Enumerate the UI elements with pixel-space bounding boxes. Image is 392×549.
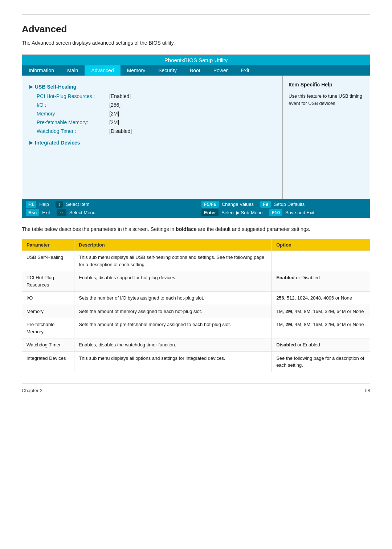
option-memory: 1M, 2M, 4M, 8M, 16M, 32M, 64M or None (272, 305, 370, 318)
f5f6-key: F5/F6 (201, 201, 219, 208)
nav-information[interactable]: Information (22, 65, 61, 76)
desc-text: The table below describes the parameters… (22, 225, 370, 233)
footer-enter: Enter Select ▶ Sub-Menu F10 Save and Exi… (201, 209, 366, 216)
arrow-icon: ▶ (29, 84, 33, 89)
f5f6-action: Change Values (222, 202, 254, 207)
footer-esc: Esc Exit ↔ Select Menu (26, 209, 191, 216)
updown-action: Select Item (66, 202, 89, 207)
page-footer: Chapter 2 58 (22, 388, 370, 393)
f10-action: Save and Exit (285, 210, 314, 215)
esc-action: Exit (42, 210, 50, 215)
param-prefetch: Pre-fetchable Memory (22, 318, 74, 338)
pci-value: [Enabled] (109, 93, 131, 99)
f10-key: F10 (269, 209, 282, 216)
footer-f5f6: F5/F6 Change Values F9 Setup Defaults (201, 201, 366, 208)
option-pci: Enabled or Disabled (272, 271, 370, 292)
usb-self-healing-label: USB Self-Healing (35, 84, 76, 90)
bios-frame: PhoenixBIOS Setup Utility Information Ma… (22, 54, 370, 218)
nav-boot[interactable]: Boot (183, 65, 207, 76)
integrated-arrow-icon: ▶ (29, 140, 33, 145)
f1-key: F1 (26, 201, 36, 208)
f9-action: Setup Defaults (274, 202, 305, 207)
nav-memory[interactable]: Memory (121, 65, 152, 76)
pci-label: PCI Hot-Plug Resources : (37, 93, 109, 99)
desc-prefetch: Sets the amount of pre-fetchable memory … (74, 318, 272, 338)
option-io: 256, 512, 1024, 2048, 4096 or None (272, 292, 370, 305)
bios-side-panel: Item Specific Help Use this feature to t… (283, 76, 370, 199)
desc-watchdog: Enables, disables the watchdog timer fun… (74, 338, 272, 352)
usb-self-healing-header[interactable]: ▶ USB Self-Healing (29, 82, 275, 92)
table-row: Pre-fetchable Memory Sets the amount of … (22, 318, 370, 338)
table-row: I/O Sets the number of I/O bytes assigne… (22, 292, 370, 305)
watchdog-row[interactable]: Watchdog Timer : [Disabled] (29, 127, 275, 135)
table-row: Integrated Devices This sub menu display… (22, 351, 370, 372)
integrated-devices-label: Integrated Devices (35, 140, 80, 146)
bios-nav: Information Main Advanced Memory Securit… (22, 65, 370, 76)
nav-security[interactable]: Security (152, 65, 183, 76)
pci-row[interactable]: PCI Hot-Plug Resources : [Enabled] (29, 92, 275, 101)
col-option: Option (272, 239, 370, 251)
bios-title-bar: PhoenixBIOS Setup Utility (22, 55, 370, 65)
param-io: I/O (22, 292, 74, 305)
memory-value: [2M] (109, 111, 119, 117)
col-parameter: Parameter (22, 239, 74, 251)
footer-f1: F1 Help ↕ Select Item (26, 201, 191, 208)
param-watchdog: Watchdog Timer (22, 338, 74, 352)
desc-io: Sets the number of I/O bytes assigned to… (74, 292, 272, 305)
bios-content: ▶ USB Self-Healing PCI Hot-Plug Resource… (22, 76, 370, 199)
io-value: [256] (109, 102, 121, 108)
param-usb: USB Self-Healing (22, 251, 74, 271)
option-usb (272, 251, 370, 271)
leftright-action: Select Menu (69, 210, 95, 215)
bios-footer: F1 Help ↕ Select Item F5/F6 Change Value… (22, 199, 370, 218)
option-prefetch: 1M, 2M, 4M, 8M, 16M, 32M, 64M or None (272, 318, 370, 338)
memory-label: Memory : (37, 111, 109, 117)
nav-power[interactable]: Power (207, 65, 234, 76)
desc-pci: Enables, disables support for hot plug d… (74, 271, 272, 292)
integrated-devices-header[interactable]: ▶ Integrated Devices (29, 138, 275, 148)
prefetch-label: Pre-fetchable Memory: (37, 119, 109, 125)
desc-integrated: This sub menu displays all options and s… (74, 351, 272, 372)
option-integrated: See the following page for a description… (272, 351, 370, 372)
option-watchdog: Disabled or Enabled (272, 338, 370, 352)
intro-text: The Advanced screen displays advanced se… (22, 40, 370, 46)
esc-key: Esc (26, 209, 39, 216)
prefetch-row[interactable]: Pre-fetchable Memory: [2M] (29, 118, 275, 127)
enter-action: Select ▶ Sub-Menu (221, 210, 262, 215)
help-text: Use this feature to tune USB timing even… (289, 93, 364, 107)
watchdog-value: [Disabled] (109, 128, 132, 134)
col-description: Description (74, 239, 272, 251)
memory-row[interactable]: Memory : [2M] (29, 109, 275, 118)
table-row: PCI Hot-Plug Resources Enables, disables… (22, 271, 370, 292)
io-row[interactable]: I/O : [256] (29, 101, 275, 109)
nav-exit[interactable]: Exit (234, 65, 256, 76)
table-row: USB Self-Healing This sub menu displays … (22, 251, 370, 271)
table-row: Watchdog Timer Enables, disables the wat… (22, 338, 370, 352)
page-number: 58 (365, 388, 370, 393)
bios-main-panel: ▶ USB Self-Healing PCI Hot-Plug Resource… (22, 76, 283, 199)
desc-memory: Sets the amount of memory assigned to ea… (74, 305, 272, 318)
desc-usb: This sub menu displays all USB self-heal… (74, 251, 272, 271)
chapter-label: Chapter 2 (22, 388, 42, 393)
param-memory: Memory (22, 305, 74, 318)
prefetch-value: [2M] (109, 119, 119, 125)
param-integrated: Integrated Devices (22, 351, 74, 372)
enter-key: Enter (201, 209, 219, 216)
nav-main[interactable]: Main (61, 65, 85, 76)
page-title: Advanced (22, 24, 370, 35)
table-row: Memory Sets the amount of memory assigne… (22, 305, 370, 318)
nav-advanced[interactable]: Advanced (85, 65, 120, 76)
leftright-key: ↔ (57, 209, 66, 216)
f9-key: F9 (260, 201, 271, 208)
param-pci: PCI Hot-Plug Resources (22, 271, 74, 292)
io-label: I/O : (37, 102, 109, 108)
param-table: Parameter Description Option USB Self-He… (22, 239, 370, 372)
help-title: Item Specific Help (289, 82, 364, 88)
updown-key: ↕ (56, 201, 63, 208)
f1-action: Help (39, 202, 49, 207)
watchdog-label: Watchdog Timer : (37, 128, 109, 134)
